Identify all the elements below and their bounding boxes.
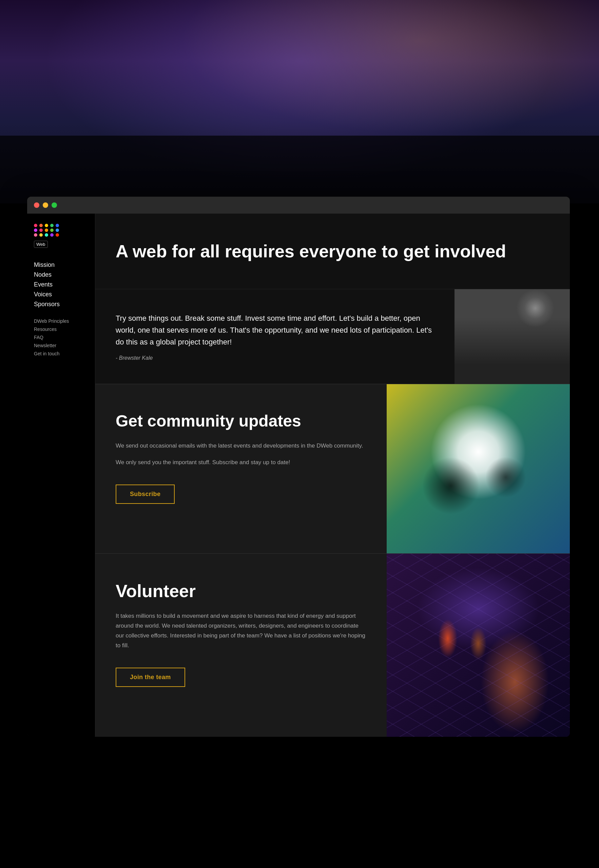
sidebar-item-mission[interactable]: Mission (34, 261, 88, 269)
sidebar-item-resources[interactable]: Resources (34, 326, 88, 332)
maximize-button[interactable] (51, 203, 57, 208)
join-team-button[interactable]: Join the team (116, 668, 185, 687)
sidebar-link-mission[interactable]: Mission (34, 261, 55, 268)
logo-dot-11 (34, 233, 37, 237)
browser-titlebar (27, 197, 570, 213)
browser-body: Web Mission Nodes Events Voices Sponsors (27, 213, 570, 737)
logo-dot-14 (50, 233, 54, 237)
hero-title: A web for all requires everyone to get i… (116, 241, 506, 262)
sidebar-link-sponsors[interactable]: Sponsors (34, 301, 60, 308)
sidebar-link-nodes[interactable]: Nodes (34, 271, 51, 278)
quote-text-area: Try some things out. Break some stuff. I… (95, 289, 455, 384)
logo-dot-10 (56, 228, 59, 232)
logo-dot-1 (34, 224, 37, 227)
logo-dot-4 (50, 224, 54, 227)
community-section: Get community updates We send out occasi… (95, 384, 570, 553)
sidebar-link-voices[interactable]: Voices (34, 291, 52, 298)
close-button[interactable] (34, 203, 39, 208)
logo-dot-2 (39, 224, 43, 227)
community-desc-1: We send out occasional emails with the l… (116, 441, 366, 451)
quote-text: Try some things out. Break some stuff. I… (116, 312, 434, 348)
logo-dots (34, 224, 88, 237)
logo-dot-8 (45, 228, 48, 232)
subscribe-button[interactable]: Subscribe (116, 485, 175, 504)
community-photo (387, 384, 570, 553)
content-hero-section: A web for all requires everyone to get i… (95, 213, 570, 289)
logo-text: Web (34, 241, 48, 248)
logo-dot-15 (56, 233, 59, 237)
quote-attribution: - Brewster Kale (116, 355, 434, 361)
quote-section: Try some things out. Break some stuff. I… (95, 289, 570, 384)
sidebar-link-get-in-touch[interactable]: Get in touch (34, 351, 60, 356)
sidebar-item-dweb-principles[interactable]: DWeb Principles (34, 318, 88, 324)
sidebar-item-voices[interactable]: Voices (34, 291, 88, 298)
community-text-area: Get community updates We send out occasi… (95, 384, 387, 553)
sidebar-nav-main: Mission Nodes Events Voices Sponsors (34, 261, 88, 308)
volunteer-section: Volunteer It takes millions to build a m… (95, 553, 570, 737)
logo-dot-13 (45, 233, 48, 237)
volunteer-desc: It takes millions to build a movement an… (116, 611, 366, 651)
sidebar-link-resources[interactable]: Resources (34, 326, 57, 332)
sidebar-item-nodes[interactable]: Nodes (34, 271, 88, 278)
sidebar-item-events[interactable]: Events (34, 281, 88, 288)
hero-photo-area (0, 0, 599, 203)
quote-image (455, 289, 570, 384)
volunteer-image (387, 554, 570, 737)
sidebar-item-newsletter[interactable]: Newsletter (34, 342, 88, 348)
minimize-button[interactable] (43, 203, 48, 208)
community-image (387, 384, 570, 553)
sidebar-nav-secondary: DWeb Principles Resources FAQ Newsletter… (34, 318, 88, 357)
volunteer-text-area: Volunteer It takes millions to build a m… (95, 554, 387, 737)
brewster-kale-photo (455, 289, 570, 384)
logo-dot-9 (50, 228, 54, 232)
community-desc-2: We only send you the important stuff. Su… (116, 458, 366, 467)
logo-dot-7 (39, 228, 43, 232)
volunteer-title: Volunteer (116, 581, 366, 601)
community-title: Get community updates (116, 411, 366, 431)
logo-dot-3 (45, 224, 48, 227)
sidebar-item-sponsors[interactable]: Sponsors (34, 301, 88, 308)
volunteer-photo (387, 554, 570, 737)
logo-dot-12 (39, 233, 43, 237)
sidebar-link-faq[interactable]: FAQ (34, 335, 44, 340)
sidebar-link-newsletter[interactable]: Newsletter (34, 343, 56, 348)
main-content: A web for all requires everyone to get i… (95, 213, 570, 737)
sidebar-link-events[interactable]: Events (34, 281, 53, 288)
sidebar-item-faq[interactable]: FAQ (34, 334, 88, 341)
sidebar-item-get-in-touch[interactable]: Get in touch (34, 351, 88, 357)
browser-window: Web Mission Nodes Events Voices Sponsors (27, 197, 570, 737)
sidebar: Web Mission Nodes Events Voices Sponsors (27, 213, 95, 737)
site-logo[interactable]: Web (34, 224, 88, 248)
hero-crowd-silhouette (0, 136, 599, 203)
sidebar-link-dweb-principles[interactable]: DWeb Principles (34, 318, 69, 324)
logo-dot-6 (34, 228, 37, 232)
logo-dot-5 (56, 224, 59, 227)
